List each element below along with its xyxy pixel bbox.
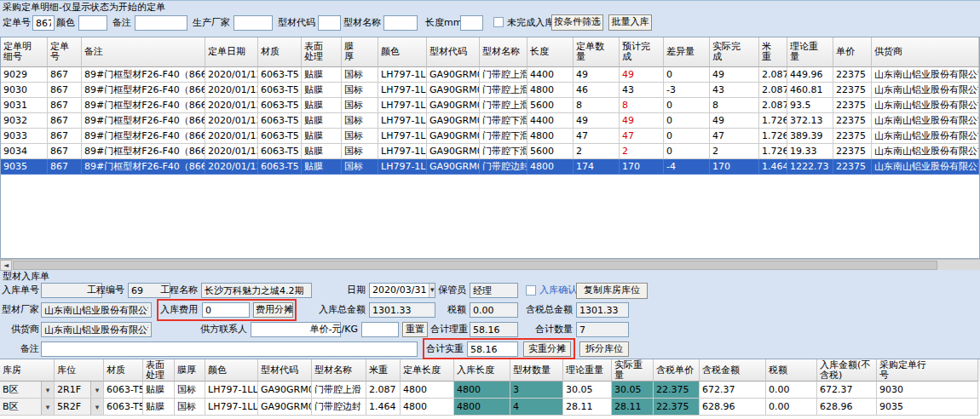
factory-input[interactable] [41, 302, 152, 318]
batch-inbound-button[interactable]: 批量入库 [608, 14, 652, 31]
cell-theory_weight: 30.05 [563, 382, 612, 399]
tax-input[interactable] [470, 302, 518, 318]
table-row[interactable]: 903286789#门框型材F26-F40（866+867）2020/01/13… [1, 113, 979, 129]
total-with-tax-input[interactable] [576, 302, 629, 318]
cell-theory_weight: 389.39 [787, 129, 833, 144]
table-row[interactable]: 902986789#门框型材F26-F40（866+867）2020/01/13… [1, 67, 979, 83]
column-header-qty[interactable]: 型材数量 [510, 359, 563, 382]
table-row[interactable]: 903086789#门框型材F26-F40（866+867）2020/01/13… [1, 83, 979, 98]
column-header-tax[interactable]: 税额 [766, 359, 817, 382]
column-header-amount_no_tax[interactable]: 入库金额(不 含税) [817, 359, 877, 382]
cell-warehouse: B区▾ [0, 382, 55, 399]
column-header-theory_weight[interactable]: 理论重 量 [787, 37, 833, 67]
theory-total-input[interactable] [470, 322, 518, 337]
column-header-order_no[interactable]: 定单 号 [48, 37, 82, 67]
column-header-order_line_no[interactable]: 采购定单行 号 [877, 359, 978, 382]
column-header-price_with_tax[interactable]: 含税单价 [654, 359, 700, 382]
column-header-unit_price[interactable]: 单价 [833, 37, 872, 67]
column-header-film[interactable]: 膜 厚 [342, 37, 378, 67]
dropdown-arrow-icon[interactable]: ▾ [90, 382, 103, 398]
split-location-button[interactable]: 拆分库位 [579, 342, 629, 357]
column-header-remark[interactable]: 备注 [82, 37, 205, 67]
column-header-surface[interactable]: 表面 处理 [302, 37, 342, 67]
project-name-input[interactable] [201, 283, 312, 298]
column-header-profile_name[interactable]: 型材名称 [312, 359, 366, 382]
reset-button[interactable]: 重置 [402, 322, 428, 337]
date-input[interactable]: 2020/03/31 ▾ [369, 283, 435, 298]
column-header-profile_code[interactable]: 型材代码 [258, 359, 312, 382]
cell-profile_name: 门带腔下滑 [480, 129, 527, 144]
supplier-input[interactable] [41, 322, 152, 337]
column-header-in_length[interactable]: 入库长度 [454, 359, 510, 382]
column-header-diff[interactable]: 差异量 [664, 37, 710, 67]
column-header-surface[interactable]: 表面 处理 [143, 359, 175, 382]
scroll-left-arrow-icon[interactable]: ◄ [0, 260, 12, 271]
filter-length-input[interactable] [460, 15, 483, 31]
column-header-meter_weight[interactable]: 米重 [366, 359, 401, 382]
column-header-supplier[interactable]: 供货商 [872, 37, 979, 67]
column-header-expected[interactable]: 预计完 成 [620, 37, 664, 67]
table-row[interactable]: 903586789#门框型材F26-F40（866+867）2020/01/13… [1, 159, 979, 175]
qty-total-input[interactable] [576, 322, 629, 337]
actual-share-button[interactable]: 实重分摊 [523, 342, 571, 357]
column-header-material[interactable]: 材质 [104, 359, 143, 382]
keeper-input[interactable] [470, 283, 518, 298]
receipt-no-label: 入库单号 [2, 283, 39, 298]
cell-qty: 3 [510, 382, 563, 399]
cell-diff: 0 [664, 98, 710, 113]
column-header-actual[interactable]: 实际完 成 [710, 37, 759, 67]
filter-color-input[interactable] [78, 15, 107, 31]
total-with-tax-label: 含税总金额 [524, 302, 573, 318]
table-row[interactable]: 903386789#门框型材F26-F40（866+867）2020/01/13… [1, 129, 979, 144]
column-header-length[interactable]: 长度 [527, 37, 574, 67]
note-input[interactable] [41, 342, 418, 357]
column-header-meter_weight[interactable]: 米 重 [759, 37, 787, 67]
cell-color: LH797-1LL0 [205, 382, 258, 399]
column-header-warehouse[interactable]: 库房 [0, 359, 55, 382]
project-name-label: 工程名称 [160, 283, 198, 298]
table-row[interactable]: B区▾5R2F▾6063-T5贴膜国标LH797-1LL0GA90GRM05门带… [0, 399, 980, 416]
column-header-film[interactable]: 膜厚 [175, 359, 205, 382]
copy-location-button[interactable]: 复制库房库位 [576, 283, 648, 299]
cell-unit_price: 22375 [833, 67, 872, 83]
column-header-actual_weight[interactable]: 实际重量 [612, 359, 654, 382]
column-header-detail_no[interactable]: 定单明 细号 [1, 37, 48, 67]
column-header-order_length[interactable]: 定单长度 [401, 359, 454, 382]
filter-by-condition-button[interactable]: 按条件筛选 [551, 14, 603, 31]
column-header-color[interactable]: 颜色 [378, 37, 427, 67]
table-row[interactable]: B区▾2R1F▾6063-T5贴膜国标LH797-1LL0GA90GRM03门带… [0, 382, 980, 399]
filter-profile-code-input[interactable] [318, 15, 341, 31]
scroll-thumb[interactable] [13, 261, 937, 270]
column-header-order_date[interactable]: 定单日期 [205, 37, 258, 67]
table-row[interactable]: 903186789#门框型材F26-F40（866+867）2020/01/13… [1, 98, 979, 113]
cell-diff: 0 [664, 67, 710, 83]
dropdown-arrow-icon[interactable]: ▾ [41, 399, 54, 415]
filter-manufacturer-input[interactable] [233, 15, 273, 31]
column-header-slot[interactable]: 库位 [55, 359, 104, 382]
column-header-material[interactable]: 材质 [258, 37, 302, 67]
cell-order_no: 867 [48, 98, 82, 113]
column-header-profile_code[interactable]: 型材代码 [427, 37, 480, 67]
table-row[interactable]: 903486789#门框型材F26-F40（866+867）2020/01/13… [1, 144, 979, 159]
dropdown-arrow-icon[interactable]: ▾ [90, 399, 103, 415]
dropdown-arrow-icon[interactable]: ▾ [41, 382, 54, 398]
filter-order-no-input[interactable] [32, 15, 55, 31]
cell-film: 国标 [342, 83, 378, 98]
column-header-color[interactable]: 颜色 [205, 359, 258, 382]
column-header-profile_name[interactable]: 型材名称 [480, 37, 527, 67]
fee-share-button[interactable]: 费用分摊 [253, 302, 293, 318]
unfinished-checkbox[interactable] [493, 17, 504, 27]
filter-remark-input[interactable] [135, 15, 187, 31]
actual-total-input[interactable] [467, 342, 518, 357]
column-header-order_qty[interactable]: 定单数 量 [574, 37, 620, 67]
unit-price-input[interactable] [361, 322, 399, 337]
column-header-theory_weight[interactable]: 理论重量 [563, 359, 612, 382]
fee-input[interactable] [202, 302, 250, 318]
inbound-confirm-checkbox[interactable] [526, 285, 536, 296]
cell-actual: 49 [710, 67, 759, 83]
filter-profile-name-input[interactable] [383, 15, 418, 31]
column-header-amount_with_tax[interactable]: 含税金额 [700, 359, 766, 382]
cell-color: LH797-1LL0 [378, 67, 427, 83]
h-scrollbar[interactable]: ◄ [0, 259, 980, 270]
total-amount-input[interactable] [369, 302, 435, 318]
